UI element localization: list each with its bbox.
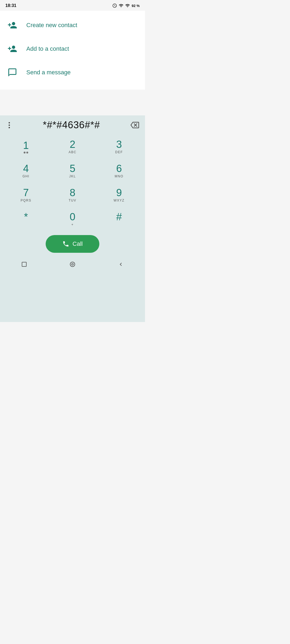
key-1-button[interactable]: 1 — [3, 135, 49, 159]
recent-apps-button[interactable] — [18, 258, 30, 270]
svg-rect-0 — [22, 262, 26, 266]
key-2-main: 2 — [70, 139, 75, 150]
key-3-button[interactable]: 3DEF — [96, 135, 142, 159]
dialpad-section: *#*#4636#*# 12ABC3DEF4GHI5JKL6MNO7PQRS8T… — [0, 115, 145, 322]
key-8-sub: TUV — [69, 199, 77, 203]
svg-point-2 — [72, 264, 74, 265]
key-7-sub: PQRS — [21, 199, 31, 203]
key-#-main: # — [116, 211, 122, 223]
key-star-button[interactable]: * — [3, 207, 49, 231]
key-*-main: * — [24, 211, 28, 223]
key-9-main: 9 — [116, 187, 122, 199]
key-5-button[interactable]: 5JKL — [49, 159, 96, 183]
signal-icon — [119, 3, 124, 8]
alarm-icon — [112, 3, 117, 8]
key-7-button[interactable]: 7PQRS — [3, 183, 49, 207]
key-5-sub: JKL — [69, 174, 76, 179]
more-options-button[interactable] — [4, 120, 14, 130]
key-0-button[interactable]: 0+ — [49, 207, 96, 231]
add-to-contact-item[interactable]: Add to a contact — [0, 37, 145, 61]
key-0-sub: + — [71, 223, 74, 227]
add-contact-icon — [6, 43, 18, 55]
send-message-item[interactable]: Send a message — [0, 61, 145, 84]
call-button[interactable]: Call — [46, 235, 99, 253]
dial-display-row: *#*#4636#*# — [0, 115, 145, 135]
battery-indicator: 92 % — [132, 4, 140, 8]
key-7-main: 7 — [23, 187, 29, 199]
call-button-label: Call — [73, 240, 83, 247]
key-6-button[interactable]: 6MNO — [96, 159, 142, 183]
status-icons: 92 % — [112, 3, 140, 8]
key-4-button[interactable]: 4GHI — [3, 159, 49, 183]
navigation-bar — [0, 255, 145, 274]
add-contact-label: Add to a contact — [26, 45, 69, 52]
key-6-sub: MNO — [115, 174, 124, 179]
key-3-sub: DEF — [115, 150, 123, 155]
create-contact-icon — [6, 19, 18, 31]
contact-menu: Create new contact Add to a contact Send… — [0, 11, 145, 90]
back-button[interactable] — [115, 258, 127, 270]
key-8-main: 8 — [70, 187, 75, 199]
dial-number-display: *#*#4636#*# — [14, 119, 129, 131]
key-4-main: 4 — [23, 163, 29, 174]
key-6-main: 6 — [116, 163, 122, 174]
message-icon — [6, 67, 18, 78]
status-time: 18:31 — [5, 3, 16, 8]
key-9-button[interactable]: 9WXYZ — [96, 183, 142, 207]
keypad-grid: 12ABC3DEF4GHI5JKL6MNO7PQRS8TUV9WXYZ*0+# — [0, 135, 145, 231]
key-9-sub: WXYZ — [114, 199, 125, 203]
key-0-main: 0 — [70, 211, 75, 223]
svg-point-1 — [70, 262, 75, 266]
key-hash-button[interactable]: # — [96, 207, 142, 231]
key-4-sub: GHI — [23, 174, 30, 179]
key-2-button[interactable]: 2ABC — [49, 135, 96, 159]
send-message-label: Send a message — [26, 69, 71, 76]
wifi-icon — [125, 3, 130, 8]
key-3-main: 3 — [116, 139, 122, 150]
create-new-contact-item[interactable]: Create new contact — [0, 13, 145, 37]
key-8-button[interactable]: 8TUV — [49, 183, 96, 207]
key-5-main: 5 — [70, 163, 75, 174]
key-2-sub: ABC — [68, 150, 76, 155]
home-button[interactable] — [67, 258, 78, 270]
create-contact-label: Create new contact — [26, 22, 77, 29]
status-bar: 18:31 92 % — [0, 0, 145, 11]
key-1-main: 1 — [23, 140, 29, 151]
call-button-row: Call — [0, 231, 145, 255]
backspace-button[interactable] — [129, 119, 141, 131]
